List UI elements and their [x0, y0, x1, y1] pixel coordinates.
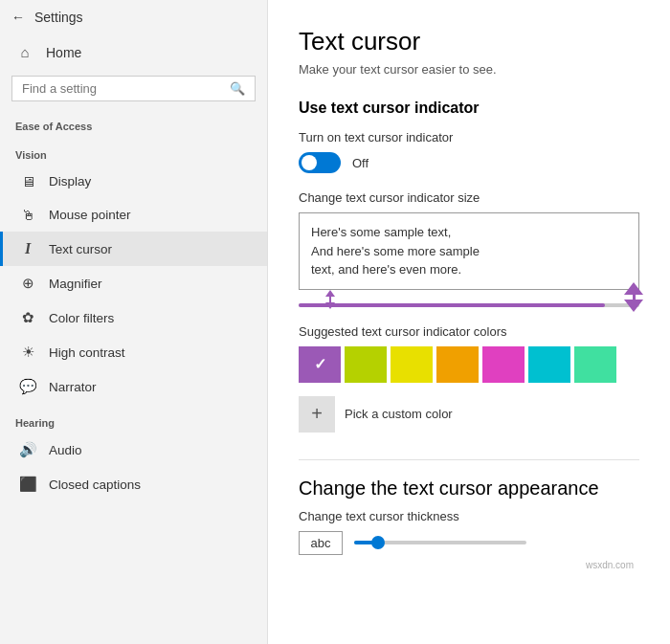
page-title: Text cursor	[299, 27, 639, 56]
high-contrast-icon: ☀	[18, 344, 37, 361]
closed-captions-icon: ⬛	[18, 476, 37, 493]
color-filters-icon: ✿	[18, 309, 37, 326]
abc-preview-box: abc	[299, 531, 343, 555]
swatch-green[interactable]	[574, 346, 616, 383]
sidebar-item-magnifier[interactable]: ⊕ Magnifier	[0, 266, 267, 300]
cursor-indicator-toggle[interactable]	[299, 152, 341, 173]
sidebar-item-display[interactable]: 🖥 Display	[0, 165, 267, 198]
thickness-row: abc	[299, 531, 639, 555]
swatch-purple[interactable]: ✓	[299, 346, 341, 383]
back-arrow-icon: ←	[11, 10, 25, 25]
custom-color-label: Pick a custom color	[345, 407, 453, 421]
narrator-icon: 💬	[18, 378, 37, 395]
size-slider-track[interactable]	[299, 303, 639, 307]
home-nav-item[interactable]: ⌂ Home	[0, 34, 267, 70]
swatch-yellow[interactable]	[391, 346, 433, 383]
sidebar-item-text-cursor[interactable]: I Text cursor	[0, 232, 267, 266]
custom-color-row: + Pick a custom color	[299, 396, 639, 433]
thickness-fill	[354, 541, 373, 544]
swatch-yellow-green[interactable]	[345, 346, 387, 383]
mouse-pointer-label: Mouse pointer	[49, 208, 131, 222]
back-button[interactable]: ← Settings	[0, 0, 267, 34]
appearance-heading: Change the text cursor appearance	[299, 477, 639, 500]
sidebar-item-audio[interactable]: 🔊 Audio	[0, 433, 267, 467]
settings-title: Settings	[34, 10, 83, 25]
sidebar-item-closed-captions[interactable]: ⬛ Closed captions	[0, 467, 267, 501]
sidebar-item-high-contrast[interactable]: ☀ High contrast	[0, 335, 267, 369]
sample-text-line3: text, and here's even more.	[311, 260, 627, 279]
swatches-row: ✓	[299, 346, 639, 383]
thickness-track[interactable]	[354, 541, 526, 544]
thickness-label: Change text cursor thickness	[299, 509, 639, 523]
sidebar: ← Settings ⌂ Home 🔍 Ease of Access Visio…	[0, 0, 268, 644]
toggle-row: Off	[299, 152, 639, 173]
color-filters-label: Color filters	[49, 311, 114, 325]
closed-captions-label: Closed captions	[49, 477, 141, 492]
colors-label: Suggested text cursor indicator colors	[299, 324, 639, 339]
size-slider-thumb-right[interactable]	[624, 282, 643, 312]
home-icon: ⌂	[15, 44, 34, 60]
narrator-label: Narrator	[49, 380, 97, 394]
size-slider-container	[299, 303, 639, 307]
sample-text-line1: Here's some sample text,	[311, 223, 627, 242]
ease-of-access-label: Ease of Access	[0, 107, 267, 136]
text-cursor-label: Text cursor	[49, 242, 112, 256]
magnifier-icon: ⊕	[18, 275, 37, 292]
search-icon: 🔍	[230, 81, 245, 96]
sidebar-item-narrator[interactable]: 💬 Narrator	[0, 369, 267, 404]
divider	[299, 459, 639, 460]
home-label: Home	[46, 45, 81, 60]
text-cursor-icon: I	[18, 240, 37, 257]
watermark: wsxdn.com	[586, 560, 634, 570]
sample-text-line2: And here's some more sample	[311, 242, 627, 261]
size-slider-thumb-left[interactable]	[325, 290, 335, 309]
swatch-pink[interactable]	[482, 346, 525, 383]
high-contrast-label: High contrast	[49, 345, 125, 360]
display-label: Display	[49, 174, 91, 189]
page-subtitle: Make your text cursor easier to see.	[299, 62, 639, 77]
vision-section-label: Vision	[0, 136, 267, 165]
search-input[interactable]	[22, 81, 224, 96]
audio-label: Audio	[49, 443, 82, 457]
toggle-label: Turn on text cursor indicator	[299, 130, 639, 144]
sample-text-box: Here's some sample text, And here's some…	[299, 212, 639, 290]
magnifier-label: Magnifier	[49, 277, 102, 291]
thickness-thumb[interactable]	[371, 536, 385, 549]
swatch-cyan[interactable]	[528, 346, 570, 383]
thickness-slider[interactable]	[354, 541, 639, 544]
sidebar-item-color-filters[interactable]: ✿ Color filters	[0, 300, 267, 335]
toggle-knob	[302, 155, 317, 170]
sidebar-item-mouse-pointer[interactable]: 🖱 Mouse pointer	[0, 198, 267, 232]
toggle-state-label: Off	[352, 156, 368, 170]
search-box[interactable]: 🔍	[11, 76, 256, 101]
mouse-pointer-icon: 🖱	[18, 207, 37, 223]
main-content: Text cursor Make your text cursor easier…	[268, 0, 670, 644]
custom-color-button[interactable]: +	[299, 396, 335, 433]
indicator-section-heading: Use text cursor indicator	[299, 100, 639, 117]
audio-icon: 🔊	[18, 441, 37, 458]
hearing-section-label: Hearing	[0, 404, 267, 433]
swatch-orange[interactable]	[436, 346, 479, 383]
size-label: Change text cursor indicator size	[299, 190, 639, 205]
swatch-check-icon: ✓	[314, 355, 326, 373]
display-icon: 🖥	[18, 173, 37, 189]
